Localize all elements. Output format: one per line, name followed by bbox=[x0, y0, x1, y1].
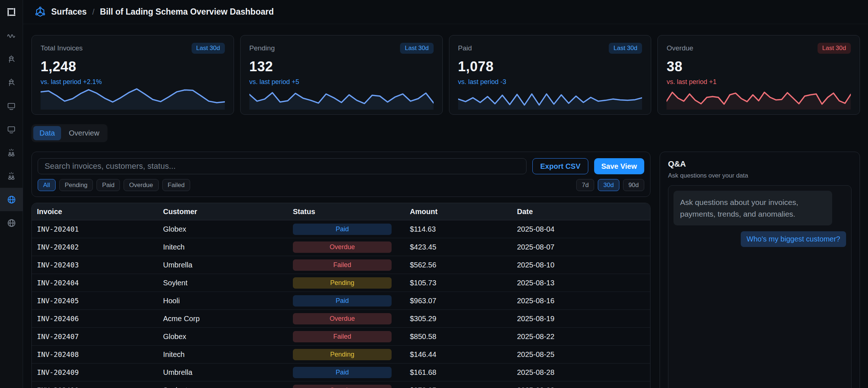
table-row[interactable]: INV-202401 Globex Paid $114.63 2025-08-0… bbox=[32, 220, 650, 238]
table-body: INV-202401 Globex Paid $114.63 2025-08-0… bbox=[32, 220, 650, 388]
cell-status: Failed bbox=[293, 259, 410, 271]
status-badge: Paid bbox=[293, 295, 392, 307]
filter-chip-pending[interactable]: Pending bbox=[59, 179, 93, 191]
sidebar-item-team-5[interactable] bbox=[0, 141, 23, 164]
cell-amount: $850.58 bbox=[410, 332, 517, 341]
cell-amount: $973.05 bbox=[410, 386, 517, 388]
cell-customer: Initech bbox=[163, 243, 293, 251]
column-header-status: Status bbox=[293, 208, 410, 216]
cell-invoice: INV-202402 bbox=[37, 243, 163, 251]
tower-icon bbox=[7, 54, 16, 64]
filter-chip-failed[interactable]: Failed bbox=[162, 179, 190, 191]
export-csv-button[interactable]: Export CSV bbox=[532, 158, 588, 174]
column-header-amount: Amount bbox=[410, 208, 517, 216]
table-row[interactable]: INV-202410 Soylent Overdue $973.05 2025-… bbox=[32, 381, 650, 388]
content: Total Invoices Last 30d 1,248 vs. last p… bbox=[23, 24, 868, 388]
tab-overview[interactable]: Overview bbox=[63, 126, 105, 140]
filter-chip-all[interactable]: All bbox=[38, 179, 56, 191]
cell-invoice: INV-202401 bbox=[37, 225, 163, 233]
cell-customer: Globex bbox=[163, 225, 293, 233]
body-grid: Export CSV Save View AllPendingPaidOverd… bbox=[31, 152, 860, 388]
sidebar-item-tower-1[interactable] bbox=[0, 47, 23, 71]
kpi-label: Pending bbox=[249, 44, 275, 52]
cell-amount: $562.56 bbox=[410, 261, 517, 269]
range-chip-90d[interactable]: 90d bbox=[623, 179, 644, 191]
kpi-range-badge: Last 30d bbox=[609, 43, 642, 54]
cell-date: 2025-08-10 bbox=[517, 261, 645, 269]
table-row[interactable]: INV-202403 Umbrella Failed $562.56 2025-… bbox=[32, 256, 650, 274]
sidebar-item-monitor-3[interactable] bbox=[0, 94, 23, 118]
invoices-table: InvoiceCustomerStatusAmountDate INV-2024… bbox=[31, 203, 650, 388]
sidebar-item-team-6[interactable] bbox=[0, 164, 23, 188]
filter-chip-paid[interactable]: Paid bbox=[97, 179, 120, 191]
kpi-range-badge: Last 30d bbox=[192, 43, 225, 54]
search-input[interactable] bbox=[38, 158, 527, 174]
breadcrumb-separator: / bbox=[92, 7, 94, 17]
table-row[interactable]: INV-202406 Acme Corp Overdue $305.29 202… bbox=[32, 310, 650, 328]
status-badge: Overdue bbox=[293, 313, 392, 324]
tab-data[interactable]: Data bbox=[33, 126, 61, 140]
cell-customer: Umbrella bbox=[163, 261, 293, 269]
toolbar-card: Export CSV Save View AllPendingPaidOverd… bbox=[31, 152, 650, 197]
qa-suggestion-chip[interactable]: Who's my biggest customer? bbox=[741, 231, 846, 247]
cell-customer: Globex bbox=[163, 332, 293, 341]
table-row[interactable]: INV-202405 Hooli Paid $963.07 2025-08-16 bbox=[32, 292, 650, 310]
cell-date: 2025-08-22 bbox=[517, 332, 645, 341]
globe-icon bbox=[7, 195, 16, 205]
cell-invoice: INV-202406 bbox=[37, 315, 163, 323]
monitor-icon bbox=[7, 101, 16, 111]
range-chip-30d[interactable]: 30d bbox=[598, 179, 619, 191]
sidebar-item-monitor-4[interactable] bbox=[0, 118, 23, 141]
qa-subtitle: Ask questions over your data bbox=[668, 172, 852, 179]
cell-invoice: INV-202404 bbox=[37, 279, 163, 287]
status-filter-chips: AllPendingPaidOverdueFailed bbox=[38, 179, 190, 191]
kpi-card-top: Paid Last 30d bbox=[458, 43, 642, 54]
cell-date: 2025-08-03 bbox=[517, 386, 645, 388]
cell-amount: $161.68 bbox=[410, 368, 517, 377]
sidebar-item-activity-0[interactable] bbox=[0, 24, 23, 47]
column-header-customer: Customer bbox=[163, 208, 293, 216]
status-badge: Paid bbox=[293, 224, 392, 235]
qa-chat-area: Ask questions about your invoices, payme… bbox=[668, 185, 852, 388]
table-row[interactable]: INV-202409 Umbrella Paid $161.68 2025-08… bbox=[32, 364, 650, 381]
cell-customer: Initech bbox=[163, 350, 293, 359]
table-row[interactable]: INV-202402 Initech Overdue $423.45 2025-… bbox=[32, 238, 650, 256]
column-header-invoice: Invoice bbox=[37, 208, 163, 216]
kpi-label: Overdue bbox=[667, 44, 693, 52]
sidebar-item-globe-7[interactable] bbox=[0, 188, 23, 211]
app-logo[interactable] bbox=[0, 0, 23, 24]
table-row[interactable]: INV-202408 Initech Pending $146.44 2025-… bbox=[32, 346, 650, 364]
status-badge: Overdue bbox=[293, 385, 392, 388]
table-row[interactable]: INV-202404 Soylent Pending $105.73 2025-… bbox=[32, 274, 650, 292]
monitor-icon bbox=[7, 125, 16, 134]
kpi-card-top: Total Invoices Last 30d bbox=[41, 43, 225, 54]
cell-date: 2025-08-04 bbox=[517, 225, 645, 233]
cell-invoice: INV-202407 bbox=[37, 332, 163, 341]
kpi-sparkline bbox=[41, 83, 225, 110]
cell-date: 2025-08-07 bbox=[517, 243, 645, 251]
sidebar-item-globe-8[interactable] bbox=[0, 211, 23, 235]
qa-panel: Q&A Ask questions over your data Ask que… bbox=[660, 152, 860, 388]
sidebar-item-tower-2[interactable] bbox=[0, 71, 23, 94]
cell-date: 2025-08-28 bbox=[517, 368, 645, 377]
cell-status: Failed bbox=[293, 331, 410, 342]
breadcrumb-section[interactable]: Surfaces bbox=[51, 7, 87, 17]
filter-chip-overdue[interactable]: Overdue bbox=[124, 179, 158, 191]
toolbar-bottom-row: AllPendingPaidOverdueFailed 7d30d90d bbox=[38, 179, 644, 191]
cell-date: 2025-08-25 bbox=[517, 350, 645, 359]
team-icon bbox=[7, 148, 16, 157]
cell-amount: $114.63 bbox=[410, 225, 517, 233]
kpi-range-badge: Last 30d bbox=[400, 43, 433, 54]
app-logo-icon bbox=[6, 7, 17, 18]
schema-icon bbox=[35, 7, 46, 18]
cell-customer: Hooli bbox=[163, 297, 293, 305]
cell-status: Pending bbox=[293, 277, 410, 289]
team-icon bbox=[7, 171, 16, 181]
tabs-row: DataOverview bbox=[31, 124, 860, 142]
activity-icon bbox=[7, 31, 16, 41]
range-filter-chips: 7d30d90d bbox=[576, 179, 644, 191]
save-view-button[interactable]: Save View bbox=[594, 158, 644, 174]
table-row[interactable]: INV-202407 Globex Failed $850.58 2025-08… bbox=[32, 328, 650, 346]
range-chip-7d[interactable]: 7d bbox=[576, 179, 594, 191]
cell-amount: $423.45 bbox=[410, 243, 517, 251]
